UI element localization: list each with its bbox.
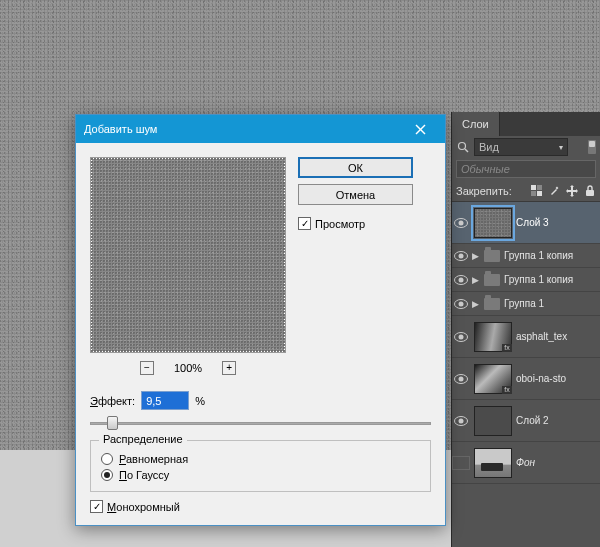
layer-name: Фон: [516, 457, 598, 468]
radio-icon[interactable]: [101, 469, 113, 481]
amount-unit: %: [195, 395, 205, 407]
distribution-gaussian[interactable]: По Гауссу: [101, 469, 420, 481]
layer-thumbnail[interactable]: fx: [474, 364, 512, 394]
search-icon[interactable]: [456, 140, 470, 154]
layer-thumbnail[interactable]: [474, 448, 512, 478]
filter-kind-label: Вид: [479, 141, 499, 153]
lock-all-icon[interactable]: [584, 185, 596, 197]
layer-list: Слой 3 ▶ Группа 1 копия ▶ Группа 1 копия…: [452, 202, 600, 484]
visibility-icon[interactable]: [452, 416, 470, 426]
layer-name: Слой 2: [516, 415, 598, 426]
ok-button[interactable]: ОК: [298, 157, 413, 178]
layer-row[interactable]: Слой 2: [452, 400, 600, 442]
lock-brush-icon[interactable]: [548, 185, 560, 197]
visibility-icon[interactable]: [452, 299, 470, 309]
distribution-uniform[interactable]: Равномерная: [101, 453, 420, 465]
layer-name: asphalt_tex: [516, 331, 598, 342]
svg-point-19: [459, 376, 464, 381]
expand-arrow-icon[interactable]: ▶: [470, 299, 480, 309]
slider-thumb[interactable]: [107, 416, 118, 430]
chevron-down-icon: ▾: [559, 143, 563, 152]
noise-preview[interactable]: [90, 157, 286, 353]
radio-label: По Гауссу: [119, 469, 169, 481]
svg-point-13: [459, 277, 464, 282]
fx-badge-icon: fx: [502, 344, 512, 352]
layer-row[interactable]: Фон: [452, 442, 600, 484]
lock-label: Закрепить:: [456, 185, 512, 197]
layer-row[interactable]: fx oboi-na-sto: [452, 358, 600, 400]
radio-icon[interactable]: [101, 453, 113, 465]
folder-icon: [484, 250, 500, 262]
distribution-fieldset: Распределение Равномерная По Гауссу: [90, 440, 431, 492]
folder-icon: [484, 274, 500, 286]
lock-move-icon[interactable]: [566, 185, 578, 197]
monochrome-row: ✓ Монохромный: [90, 500, 431, 513]
visibility-icon[interactable]: [452, 251, 470, 261]
layer-name: Группа 1: [504, 298, 598, 309]
slider-track: [90, 422, 431, 425]
panel-tabs: Слои: [452, 112, 600, 136]
visibility-icon-off[interactable]: [452, 456, 470, 470]
svg-rect-6: [555, 187, 558, 190]
svg-point-9: [459, 220, 464, 225]
svg-rect-2: [531, 185, 536, 190]
blend-mode-label: Обычные: [461, 163, 510, 175]
svg-point-17: [459, 334, 464, 339]
blend-mode-row: Обычные: [452, 158, 600, 180]
layer-name: Слой 3: [516, 217, 598, 228]
monochrome-checkbox[interactable]: ✓: [90, 500, 103, 513]
svg-rect-5: [531, 191, 536, 196]
layer-row-group[interactable]: ▶ Группа 1: [452, 292, 600, 316]
monochrome-label: Монохромный: [107, 501, 180, 513]
blend-mode-select[interactable]: Обычные: [456, 160, 596, 178]
svg-point-15: [459, 301, 464, 306]
layer-row[interactable]: fx asphalt_tex: [452, 316, 600, 358]
lock-row: Закрепить:: [452, 180, 600, 202]
expand-arrow-icon[interactable]: ▶: [470, 275, 480, 285]
add-noise-dialog: Добавить шум − 100% + ОК Отмена ✓ Просмо…: [75, 114, 446, 526]
layer-row-selected[interactable]: Слой 3: [452, 202, 600, 244]
amount-label: Эффект:: [90, 395, 135, 407]
preview-checkbox-label: Просмотр: [315, 218, 365, 230]
zoom-in-button[interactable]: +: [222, 361, 236, 375]
close-button[interactable]: [403, 118, 437, 140]
svg-point-0: [459, 143, 466, 150]
fx-badge-icon: fx: [502, 386, 512, 394]
layer-row-group[interactable]: ▶ Группа 1 копия: [452, 268, 600, 292]
layer-name: Группа 1 копия: [504, 250, 598, 261]
visibility-icon[interactable]: [452, 374, 470, 384]
visibility-icon[interactable]: [452, 275, 470, 285]
svg-point-21: [459, 418, 464, 423]
folder-icon: [484, 298, 500, 310]
svg-rect-4: [537, 185, 542, 190]
lock-pixels-icon[interactable]: [530, 185, 542, 197]
layer-row-group[interactable]: ▶ Группа 1 копия: [452, 244, 600, 268]
distribution-legend: Распределение: [99, 433, 187, 445]
tab-layers[interactable]: Слои: [452, 112, 500, 136]
amount-slider[interactable]: [90, 414, 431, 432]
filter-toggle[interactable]: [572, 140, 596, 154]
layer-filter-row: Вид ▾: [452, 136, 600, 158]
cancel-button[interactable]: Отмена: [298, 184, 413, 205]
zoom-out-button[interactable]: −: [140, 361, 154, 375]
radio-label: Равномерная: [119, 453, 188, 465]
svg-point-11: [459, 253, 464, 258]
layer-thumbnail[interactable]: [474, 208, 512, 238]
filter-kind-select[interactable]: Вид ▾: [474, 138, 568, 156]
svg-rect-3: [537, 191, 542, 196]
svg-rect-7: [586, 190, 594, 196]
amount-row: Эффект: %: [90, 391, 431, 410]
preview-checkbox[interactable]: ✓: [298, 217, 311, 230]
layers-panel: Слои Вид ▾ Обычные Закрепить:: [452, 112, 600, 547]
amount-input[interactable]: [141, 391, 189, 410]
visibility-icon[interactable]: [452, 332, 470, 342]
layer-thumbnail[interactable]: [474, 406, 512, 436]
expand-arrow-icon[interactable]: ▶: [470, 251, 480, 261]
dialog-title: Добавить шум: [84, 123, 403, 135]
layer-thumbnail[interactable]: fx: [474, 322, 512, 352]
layer-name: oboi-na-sto: [516, 373, 598, 384]
visibility-icon[interactable]: [452, 218, 470, 228]
layer-name: Группа 1 копия: [504, 274, 598, 285]
svg-line-1: [465, 149, 468, 152]
dialog-titlebar[interactable]: Добавить шум: [76, 115, 445, 143]
